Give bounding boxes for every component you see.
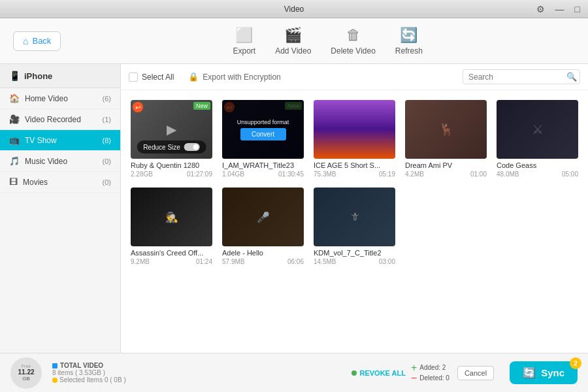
add-video-action[interactable]: 🎬 Add Video [275, 27, 311, 56]
encrypt-button[interactable]: 🔒 Export with Encryption [188, 72, 280, 82]
video-duration-v2: 01:30:45 [278, 171, 304, 178]
video-item-v7[interactable]: 🎤 Adele - Hello 57.9MB 06:06 [222, 188, 304, 265]
video-name-v5: Code Geass [497, 161, 578, 169]
select-all-label: Select All [142, 73, 174, 82]
revoke-label: REVOKE ALL [359, 369, 406, 377]
toolbar-actions: ⬜ Export 🎬 Add Video 🗑 Delete Video 🔄 Re… [80, 27, 575, 56]
video-thumb-v7: 🎤 [222, 188, 304, 246]
back-label: Back [32, 36, 51, 46]
tv-show-count: (8) [103, 137, 111, 144]
added-count: Added: 2 [419, 363, 446, 373]
video-duration-v7: 06:06 [287, 258, 304, 265]
music-video-count: (0) [103, 157, 111, 165]
delete-video-action[interactable]: 🗑 Delete Video [331, 27, 376, 56]
sidebar-item-movies[interactable]: 🎞 Movies (0) [0, 172, 120, 193]
video-item-v4[interactable]: 🦌 Dream Ami PV 4.2MB 01:00 [405, 100, 487, 178]
video-name-v2: I_AM_WRATH_Title23 [222, 161, 304, 169]
search-icon: 🔍 [566, 72, 577, 82]
delete-video-icon: 🗑 [346, 27, 361, 44]
video-duration-v5: 05:00 [562, 171, 578, 178]
video-meta-v7: 57.9MB 06:06 [222, 258, 304, 265]
video-item-v3[interactable]: ICE AGE 5 Short S... 75.3MB 05:19 [314, 100, 395, 178]
settings-button[interactable]: ⚙ [534, 3, 547, 16]
video-size-v5: 48.0MB [497, 171, 519, 178]
video-item-v6[interactable]: 🕵 Assassin's Creed Off... 9.2MB 01:24 [131, 188, 212, 265]
storage-unit: GB [22, 376, 30, 382]
video-item-v8[interactable]: 🗡 KDM_vol_7_C_Title2 14.5MB 03:00 [314, 188, 395, 265]
video-size-v7: 57.9MB [222, 258, 244, 265]
new-badge: New [193, 102, 210, 110]
video-thumb-v5: ⚔ [497, 100, 578, 159]
cancel-button[interactable]: Cancel [457, 366, 494, 380]
video-name-v7: Adele - Hello [222, 249, 304, 257]
video-thumb-v2: ↩ New Unsupported format Convert [222, 100, 304, 159]
total-items: 8 items ( 3.53GB ) [52, 369, 126, 376]
reduce-toggle[interactable] [184, 143, 200, 151]
total-info: TOTAL VIDEO 8 items ( 3.53GB ) Selected … [52, 362, 126, 384]
movies-icon: 🎞 [9, 177, 18, 187]
video-meta-v4: 4.2MB 01:00 [405, 171, 487, 178]
back-button[interactable]: ⌂ Back [13, 31, 61, 51]
revoke-all-button[interactable]: REVOKE ALL [351, 369, 406, 377]
video-meta-v1: 2.28GB 01:27:09 [131, 171, 212, 178]
home-video-count: (6) [103, 95, 111, 103]
export-icon: ⬜ [235, 27, 253, 44]
video-name-v6: Assassin's Creed Off... [131, 249, 212, 257]
iphone-icon: 📱 [9, 71, 20, 81]
back-icon: ⌂ [23, 36, 28, 46]
video-grid: ▶ ↩ New Reduce Size Ruby & Quentin 1280 … [121, 90, 588, 353]
video-item-v1[interactable]: ▶ ↩ New Reduce Size Ruby & Quentin 1280 … [131, 100, 212, 178]
lock-icon: 🔒 [188, 72, 199, 82]
video-size-v6: 9.2MB [131, 258, 150, 265]
video-meta-v2: 1.04GB 01:30:45 [222, 171, 304, 178]
tv-show-icon: 📺 [9, 135, 20, 145]
video-item-v5[interactable]: ⚔ Code Geass 48.0MB 05:00 [497, 100, 578, 178]
sidebar-item-tv-show[interactable]: 📺 TV Show (8) [0, 130, 120, 151]
video-meta-v6: 9.2MB 01:24 [131, 258, 212, 265]
blue-dot-icon [52, 363, 57, 368]
unsupported-text: Unsupported format [237, 119, 289, 125]
storage-value: 11.22 [18, 368, 34, 376]
video-size-v3: 75.3MB [314, 171, 336, 178]
video-item-v2[interactable]: ↩ New Unsupported format Convert I_AM_WR… [222, 100, 304, 178]
sidebar-header-label: iPhone [24, 71, 52, 81]
video-duration-v1: 01:27:09 [187, 171, 212, 178]
yellow-dot-icon [52, 378, 57, 383]
content-area: Select All 🔒 Export with Encryption 🔍 ▶ … [121, 64, 588, 353]
select-all-checkbox[interactable]: Select All [129, 73, 174, 82]
refresh-icon: 🔄 [400, 27, 417, 44]
search-input[interactable] [468, 73, 566, 82]
reduce-text: Reduce Size [143, 144, 180, 151]
export-action[interactable]: ⬜ Export [233, 27, 255, 56]
search-box[interactable]: 🔍 [463, 69, 580, 84]
reduce-overlay: Reduce Size [137, 140, 206, 154]
convert-button[interactable]: Convert [240, 128, 286, 140]
sidebar-item-label: Music Video [25, 157, 67, 166]
sync-icon: 🔄 [523, 367, 536, 379]
sidebar-item-video-recorded[interactable]: 🎥 Video Recorded (1) [0, 109, 120, 130]
window-controls: ⚙ — □ [534, 3, 583, 16]
add-video-icon: 🎬 [284, 27, 302, 44]
encrypt-label: Export with Encryption [203, 73, 280, 82]
music-video-icon: 🎵 [9, 156, 20, 166]
title-bar: Video ⚙ — □ [0, 0, 588, 18]
refresh-action[interactable]: 🔄 Refresh [395, 27, 423, 56]
sync-button[interactable]: 🔄 Sync 2 [510, 361, 578, 384]
revoke-section: REVOKE ALL + Added: 2 − Deleted: 0 Cance… [351, 363, 494, 384]
sidebar-item-home-video[interactable]: 🏠 Home Video (6) [0, 88, 120, 109]
video-name-v4: Dream Ami PV [405, 161, 487, 169]
refresh-label: Refresh [395, 46, 423, 56]
movies-count: (0) [103, 178, 111, 186]
sidebar: 📱 iPhone 🏠 Home Video (6) 🎥 Video Record… [0, 64, 121, 353]
video-duration-v6: 01:24 [196, 258, 212, 265]
minimize-button[interactable]: — [553, 3, 567, 16]
video-duration-v8: 03:00 [379, 258, 395, 265]
main-layout: 📱 iPhone 🏠 Home Video (6) 🎥 Video Record… [0, 64, 588, 353]
storage-circle: Free 11.22 GB [10, 357, 42, 389]
video-size-v4: 4.2MB [405, 171, 424, 178]
total-label: TOTAL VIDEO [52, 362, 126, 369]
video-duration-v3: 05:19 [379, 171, 395, 178]
video-thumb-v3 [314, 100, 395, 159]
maximize-button[interactable]: □ [572, 3, 583, 16]
sidebar-item-music-video[interactable]: 🎵 Music Video (0) [0, 151, 120, 172]
